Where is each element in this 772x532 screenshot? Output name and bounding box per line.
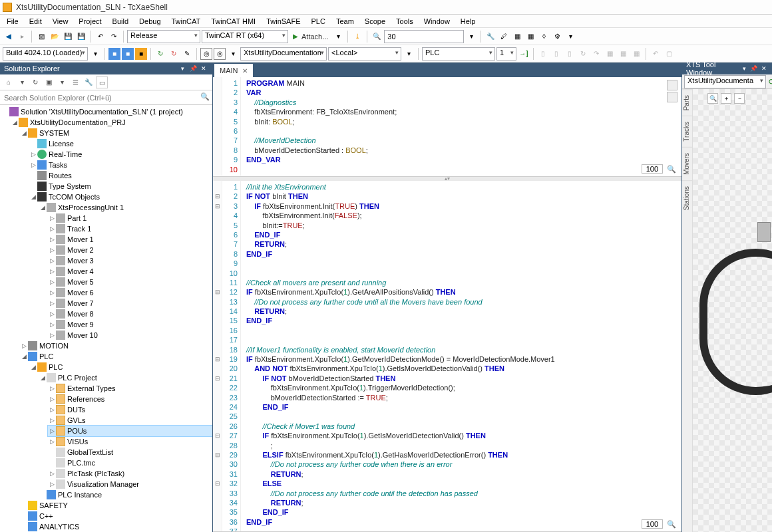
tree-mover-3[interactable]: ▷Mover 3 [48,255,212,266]
scale-display[interactable]: 100 [642,164,663,174]
tool-b-button[interactable]: 🖊 [498,31,510,43]
tc-target2-button[interactable]: ◎ [214,48,226,60]
pane-widget-a[interactable] [667,80,677,90]
grey-i[interactable]: ↶ [650,48,662,60]
grey-c[interactable]: ▯ [564,48,576,60]
tc-target1-button[interactable]: ◎ [200,48,212,60]
target-extra[interactable]: ▾ [403,48,415,60]
tool-a-button[interactable]: 🔧 [484,31,496,43]
xts-project-combo[interactable]: XtsUtilityDocumenta [684,75,766,88]
tree-mover-7[interactable]: ▷Mover 7 [48,298,212,309]
xts-dropdown-icon[interactable]: ▾ [740,64,749,73]
se-sync-icon[interactable]: ↻ [29,76,41,88]
tree-project[interactable]: ◢XtsUtilityDocumentation_PRJ [11,117,212,128]
menu-project[interactable]: Project [73,16,106,27]
menu-twinsafe[interactable]: TwinSAFE [261,16,305,27]
menu-edit[interactable]: Edit [24,16,47,27]
attach-button[interactable]: ▶ [290,31,301,43]
grey-e[interactable]: ↷ [590,48,602,60]
tree-mover-2[interactable]: ▷Mover 2 [48,245,212,255]
tree-vismgr[interactable]: ▷Visualization Manager [48,479,212,489]
open-button[interactable]: 📂 [49,31,61,43]
tc-c-button[interactable]: ■ [135,48,147,60]
tree-plctask[interactable]: ▷PlcTask (PlcTask) [48,468,212,479]
attach-label[interactable]: Attach... [301,33,328,41]
declaration-pane[interactable]: 12345678910PROGRAM MAINVAR //Diagnostics… [213,77,681,177]
tree-license[interactable]: License [29,138,212,149]
implementation-pane[interactable]: ⊟⊟⊟⊟⊟⊟⊟⊟12345678910111213141516171819202… [213,181,681,532]
tool-g-button[interactable]: ▾ [564,31,576,43]
xts-pin-icon[interactable]: 📌 [750,64,759,73]
panel-close-icon[interactable]: ✕ [199,64,208,73]
se-search-input[interactable] [0,90,212,104]
close-icon[interactable]: ✕ [242,67,248,74]
tc-d-button[interactable]: ✎ [181,48,193,60]
se-collapse-icon[interactable]: ▣ [43,76,55,88]
tree-plc[interactable]: ◢PLC [20,351,212,362]
tree-analytics[interactable]: ANALYTICS [20,521,212,532]
build-combo[interactable]: Build 4024.10 (Loaded) [3,47,88,61]
tree-mover-8[interactable]: ▷Mover 8 [48,309,212,319]
tree-routes[interactable]: Routes [29,170,212,181]
tree-plc-node[interactable]: ◢PLC [29,362,212,372]
tree-pous[interactable]: ▷POUs [48,426,212,436]
solution-explorer-search[interactable]: 🔍 [0,90,212,105]
tree-system[interactable]: ◢SYSTEM [20,128,212,138]
tree-plc-project[interactable]: ◢PLC Project [39,372,212,383]
activate-button[interactable]: ↻ [154,48,166,60]
grey-d[interactable]: ↻ [577,48,589,60]
panel-dropdown-icon[interactable]: ▾ [178,64,187,73]
tc-e-button[interactable]: ▾ [227,48,239,60]
scale-icon[interactable]: 🔍 [667,165,676,174]
tree-external-types[interactable]: ▷External Types [48,383,212,394]
zoom-input[interactable] [384,30,464,43]
scale-icon-2[interactable]: 🔍 [667,520,676,529]
tree-gvls[interactable]: ▷GVLs [48,415,212,426]
tree-global-text-list[interactable]: GlobalTextList [48,447,212,458]
menu-window[interactable]: Window [419,16,455,27]
tree-duts[interactable]: ▷DUTs [48,404,212,415]
tree-typesystem[interactable]: Type System [29,181,212,192]
tab-main[interactable]: MAIN ✕ [214,64,253,77]
xts-tab-parts[interactable]: Parts [682,89,692,116]
grey-g[interactable]: ▦ [617,48,629,60]
new-project-button[interactable]: ▧ [35,31,47,43]
attach-dropdown[interactable]: ▾ [332,31,344,43]
tree-mover-6[interactable]: ▷Mover 6 [48,287,212,298]
tree-visus[interactable]: ▷VISUs [48,436,212,447]
menu-plc[interactable]: PLC [306,16,331,27]
refresh-icon[interactable]: ⟳ [768,76,772,88]
xts-tab-movers[interactable]: Movers [682,147,692,180]
tree-references[interactable]: ▷References [48,394,212,404]
se-props-icon[interactable]: ☰ [69,76,81,88]
grey-h[interactable]: ▦ [630,48,642,60]
tree-part1[interactable]: ▷Part 1 [48,213,212,223]
grey-f[interactable]: ▦ [604,48,616,60]
tc-b-button[interactable]: ■ [122,48,134,60]
tool-f-button[interactable]: ⚙ [551,31,563,43]
menu-tools[interactable]: Tools [391,16,419,27]
xts-tab-tracks[interactable]: Tracks [682,116,692,147]
menu-file[interactable]: File [1,16,24,27]
tree-motion[interactable]: ▷MOTION [20,340,212,351]
tool-e-button[interactable]: ◊ [538,31,550,43]
grey-b[interactable]: ▯ [550,48,562,60]
tree-mover-10[interactable]: ▷Mover 10 [48,330,212,340]
tree-realtime[interactable]: ▷Real-Time [29,149,212,160]
xts-zoom-in-icon[interactable]: ＋ [721,93,731,104]
tree-tasks[interactable]: ▷Tasks [29,160,212,170]
tree-xpu[interactable]: ◢XtsProcessingUnit 1 [39,202,212,213]
login-button[interactable]: →] [518,48,530,60]
tree-mover-1[interactable]: ▷Mover 1 [48,234,212,245]
se-dd1[interactable]: ▾ [16,76,28,88]
pane-widget-b[interactable] [667,92,677,102]
tree-safety[interactable]: SAFETY [20,500,212,511]
tree-plc-tmc[interactable]: PLC.tmc [48,458,212,468]
save-button[interactable]: 💾 [62,31,74,43]
save-all-button[interactable]: 💾 [75,31,87,43]
tree-mover-9[interactable]: ▷Mover 9 [48,319,212,330]
scale-display-2[interactable]: 100 [642,519,663,529]
tree-tccom[interactable]: ◢TcCOM Objects [29,192,212,202]
tree-solution[interactable]: Solution 'XtsUtilityDocumentation_SLN' (… [1,106,212,117]
xts-zoom-out-icon[interactable]: － [734,93,745,104]
